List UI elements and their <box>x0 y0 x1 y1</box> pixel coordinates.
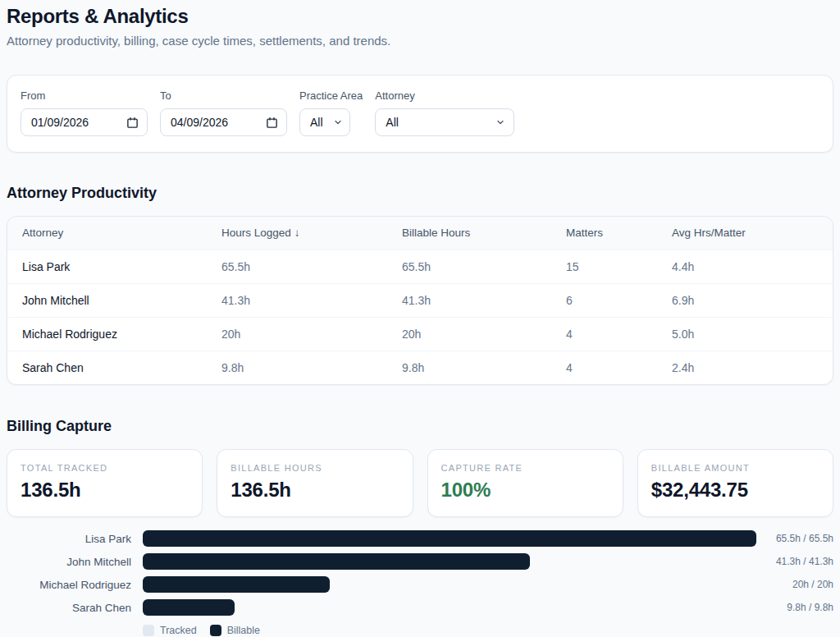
practice-area-value: All <box>310 116 323 129</box>
billable-bar[interactable] <box>143 576 330 593</box>
stat-label: BILLABLE HOURS <box>231 463 399 473</box>
col-billable-hours[interactable]: Billable Hours <box>389 217 553 250</box>
stat-card: CAPTURE RATE 100% <box>427 449 623 517</box>
billable-bar[interactable] <box>143 553 530 570</box>
cell-matters: 4 <box>553 317 659 351</box>
filter-bar: From 01/09/2026 To 04/09/2026 Practice A… <box>7 75 833 153</box>
chevron-down-icon <box>495 117 505 127</box>
filter-to: To 04/09/2026 <box>160 89 287 136</box>
cell-hours-logged: 9.8h <box>208 351 389 384</box>
attorney-value: All <box>386 116 399 129</box>
chevron-down-icon <box>333 117 343 127</box>
tracked-swatch-icon <box>143 625 154 636</box>
cell-billable-hours: 9.8h <box>389 351 553 384</box>
stat-value: 136.5h <box>21 479 189 502</box>
chart-row-label: John Mitchell <box>7 556 131 568</box>
practice-area-label: Practice Area <box>299 89 363 102</box>
attorney-label: Attorney <box>375 89 514 102</box>
cell-billable-hours: 65.5h <box>389 250 553 283</box>
from-date-value: 01/09/2026 <box>31 116 89 129</box>
legend-billable: Billable <box>210 625 260 636</box>
filter-practice-area: Practice Area All <box>299 89 363 136</box>
cell-hours-logged: 20h <box>208 317 389 351</box>
productivity-table: Attorney Hours Logged↓ Billable Hours Ma… <box>7 217 833 384</box>
page-subtitle: Attorney productivity, billing, case cyc… <box>7 34 833 48</box>
chart-row-value: 20h / 20h <box>768 579 833 590</box>
stat-card: BILLABLE HOURS 136.5h <box>217 449 413 517</box>
col-hours-logged[interactable]: Hours Logged↓ <box>208 217 389 250</box>
to-date-input[interactable]: 04/09/2026 <box>160 108 287 136</box>
cell-matters: 15 <box>553 250 659 283</box>
filter-attorney: Attorney All <box>375 89 514 136</box>
calendar-icon[interactable] <box>266 117 278 129</box>
productivity-table-body: Lisa Park 65.5h 65.5h 15 4.4h John Mitch… <box>7 250 833 384</box>
cell-attorney: John Mitchell <box>7 283 208 317</box>
cell-hours-logged: 41.3h <box>208 283 389 317</box>
chart-row: Michael Rodriguez 20h / 20h <box>7 576 833 593</box>
billable-bar[interactable] <box>143 599 235 616</box>
chart-row-label: Michael Rodriguez <box>7 579 131 591</box>
from-label: From <box>21 89 148 102</box>
calendar-icon[interactable] <box>126 117 139 129</box>
cell-matters: 4 <box>553 351 659 384</box>
cell-avg-hrs-matter: 2.4h <box>659 351 833 384</box>
cell-avg-hrs-matter: 5.0h <box>659 317 833 351</box>
cell-billable-hours: 20h <box>389 317 553 351</box>
chart-row-value: 41.3h / 41.3h <box>768 556 833 567</box>
chart-rows: Lisa Park 65.5h / 65.5h John Mitchell 41… <box>7 530 833 616</box>
billing-chart: Lisa Park 65.5h / 65.5h John Mitchell 41… <box>7 530 833 636</box>
chart-row-value: 65.5h / 65.5h <box>768 533 833 544</box>
productivity-heading: Attorney Productivity <box>7 185 833 202</box>
page-title: Reports & Analytics <box>7 5 833 28</box>
reports-page: Reports & Analytics Attorney productivit… <box>0 0 840 636</box>
cell-avg-hrs-matter: 6.9h <box>659 283 833 317</box>
bar-zone <box>143 576 756 593</box>
billing-heading: Billing Capture <box>7 418 833 435</box>
legend-tracked-label: Tracked <box>160 625 197 636</box>
from-date-input[interactable]: 01/09/2026 <box>21 108 148 136</box>
table-header-row: Attorney Hours Logged↓ Billable Hours Ma… <box>7 217 833 250</box>
practice-area-select[interactable]: All <box>299 108 350 136</box>
filter-from: From 01/09/2026 <box>21 89 148 136</box>
sort-desc-icon: ↓ <box>294 227 300 239</box>
chart-row: Lisa Park 65.5h / 65.5h <box>7 530 833 547</box>
to-date-value: 04/09/2026 <box>171 116 228 129</box>
cell-billable-hours: 41.3h <box>389 283 553 317</box>
billable-bar[interactable] <box>143 530 756 547</box>
col-attorney[interactable]: Attorney <box>7 217 208 250</box>
cell-attorney: Lisa Park <box>7 250 208 283</box>
stat-label: BILLABLE AMOUNT <box>651 463 819 473</box>
stat-card: TOTAL TRACKED 136.5h <box>7 449 203 517</box>
stat-value: 100% <box>441 479 609 502</box>
chart-row-label: Sarah Chen <box>7 602 131 614</box>
stat-value: 136.5h <box>231 479 399 502</box>
table-row[interactable]: Michael Rodriguez 20h 20h 4 5.0h <box>7 317 833 351</box>
table-row[interactable]: Lisa Park 65.5h 65.5h 15 4.4h <box>7 250 833 283</box>
legend-billable-label: Billable <box>227 625 260 636</box>
stat-label: TOTAL TRACKED <box>21 463 189 473</box>
bar-zone <box>143 553 756 570</box>
billing-stats: TOTAL TRACKED 136.5h BILLABLE HOURS 136.… <box>7 449 833 517</box>
chart-row: Sarah Chen 9.8h / 9.8h <box>7 599 833 616</box>
chart-row: John Mitchell 41.3h / 41.3h <box>7 553 833 570</box>
attorney-select[interactable]: All <box>375 108 514 136</box>
chart-legend: Tracked Billable <box>143 625 833 636</box>
legend-tracked: Tracked <box>143 625 197 636</box>
col-avg-hrs-matter[interactable]: Avg Hrs/Matter <box>659 217 833 250</box>
bar-zone <box>143 530 756 547</box>
billable-swatch-icon <box>210 625 221 636</box>
table-row[interactable]: Sarah Chen 9.8h 9.8h 4 2.4h <box>7 351 833 384</box>
stat-card: BILLABLE AMOUNT $32,443.75 <box>637 449 833 517</box>
cell-attorney: Michael Rodriguez <box>7 317 208 351</box>
cell-attorney: Sarah Chen <box>7 351 208 384</box>
chart-row-value: 9.8h / 9.8h <box>768 602 833 613</box>
stat-label: CAPTURE RATE <box>441 463 609 473</box>
productivity-table-card: Attorney Hours Logged↓ Billable Hours Ma… <box>7 216 833 385</box>
bar-zone <box>143 599 756 616</box>
table-row[interactable]: John Mitchell 41.3h 41.3h 6 6.9h <box>7 283 833 317</box>
cell-matters: 6 <box>553 283 659 317</box>
cell-avg-hrs-matter: 4.4h <box>659 250 833 283</box>
to-label: To <box>160 89 287 102</box>
cell-hours-logged: 65.5h <box>208 250 389 283</box>
col-matters[interactable]: Matters <box>553 217 659 250</box>
